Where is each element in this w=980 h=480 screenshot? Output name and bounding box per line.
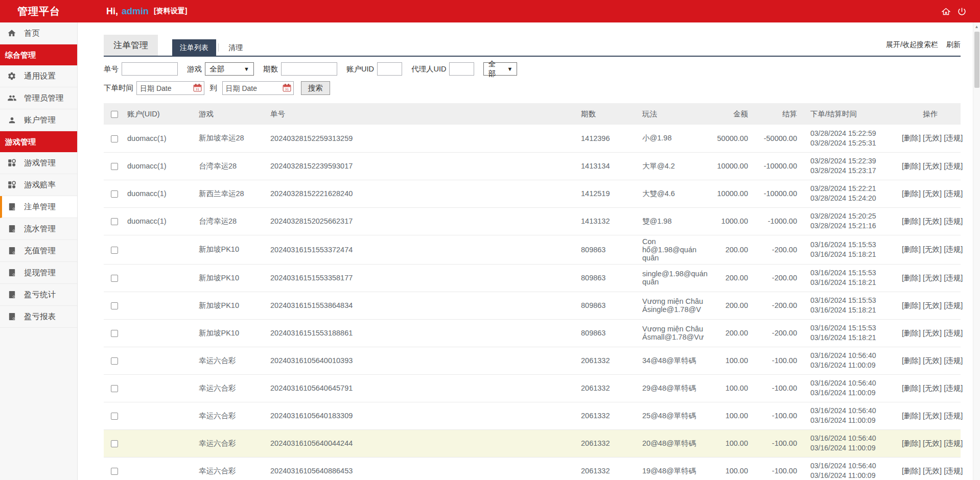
action-delete[interactable]: [删除]: [902, 384, 921, 392]
row-checkbox[interactable]: [111, 302, 118, 309]
scrollbar-thumb[interactable]: [974, 32, 979, 88]
action-invalid[interactable]: [无效]: [923, 467, 942, 475]
cell-order-no: 20240316105640645791: [268, 374, 579, 402]
action-violation[interactable]: [违规]: [944, 245, 963, 253]
sidebar-item-8[interactable]: 注单管理: [0, 196, 77, 218]
sidebar-item-9[interactable]: 流水管理: [0, 218, 77, 240]
cell-settle: -50000.00: [750, 125, 799, 152]
cell-actions: [删除] [无效] [违规]: [900, 347, 961, 374]
sidebar-item-4[interactable]: 账户管理: [0, 109, 77, 131]
power-icon[interactable]: [957, 7, 967, 16]
action-invalid[interactable]: [无效]: [923, 274, 942, 282]
action-delete[interactable]: [删除]: [902, 189, 921, 198]
tab-clean[interactable]: 清理: [221, 39, 250, 56]
row-checkbox[interactable]: [111, 413, 118, 420]
action-violation[interactable]: [违规]: [944, 467, 963, 475]
cell-amount: 200.00: [712, 235, 750, 264]
action-delete[interactable]: [删除]: [902, 134, 921, 142]
date-to-input[interactable]: [223, 82, 283, 94]
action-invalid[interactable]: [无效]: [923, 162, 942, 170]
action-delete[interactable]: [删除]: [902, 467, 921, 475]
agent-uid-input[interactable]: [449, 62, 474, 76]
action-invalid[interactable]: [无效]: [923, 189, 942, 198]
action-delete[interactable]: [删除]: [902, 162, 921, 170]
sidebar-item-10[interactable]: 充值管理: [0, 240, 77, 262]
action-violation[interactable]: [违规]: [944, 356, 963, 365]
table-row: 幸运六合彩20240316105640010393206133234@48@單特…: [104, 347, 961, 374]
action-delete[interactable]: [删除]: [902, 412, 921, 420]
action-violation[interactable]: [违规]: [944, 384, 963, 392]
row-checkbox[interactable]: [111, 440, 118, 447]
action-invalid[interactable]: [无效]: [923, 301, 942, 309]
action-invalid[interactable]: [无效]: [923, 134, 942, 142]
sidebar-item-6[interactable]: 游戏管理: [0, 152, 77, 174]
refresh-link[interactable]: 刷新: [946, 40, 961, 50]
status-select[interactable]: 全部 ▼: [483, 62, 517, 76]
action-violation[interactable]: [违规]: [944, 412, 963, 420]
period-input[interactable]: [281, 62, 337, 76]
cell-play: 大雙@4.6: [640, 180, 712, 207]
sidebar-item-11[interactable]: 提现管理: [0, 262, 77, 284]
scroll-up-arrow[interactable]: ▲: [973, 22, 980, 31]
row-checkbox[interactable]: [111, 357, 118, 365]
calendar-icon[interactable]: 31: [193, 83, 202, 93]
cell-order-no: 20240316105640183309: [268, 402, 579, 429]
action-invalid[interactable]: [无效]: [923, 245, 942, 253]
action-invalid[interactable]: [无效]: [923, 384, 942, 392]
user-greeting: Hi, admin [资料设置]: [106, 6, 187, 17]
sidebar-item-0[interactable]: 首页: [0, 22, 77, 44]
tab-order-list[interactable]: 注单列表: [172, 39, 216, 56]
action-delete[interactable]: [删除]: [902, 274, 921, 282]
row-checkbox[interactable]: [111, 275, 118, 282]
action-delete[interactable]: [删除]: [902, 356, 921, 365]
row-checkbox[interactable]: [111, 135, 118, 142]
action-invalid[interactable]: [无效]: [923, 356, 942, 365]
row-checkbox[interactable]: [111, 163, 118, 170]
action-invalid[interactable]: [无效]: [923, 329, 942, 337]
select-all-checkbox[interactable]: [111, 111, 118, 118]
action-violation[interactable]: [违规]: [944, 162, 963, 170]
sidebar-item-7[interactable]: 游戏赔率: [0, 174, 77, 196]
cell-time: 03/16/2024 15:15:5303/16/2024 15:18:21: [799, 292, 900, 319]
action-invalid[interactable]: [无效]: [923, 217, 942, 225]
date-from-input[interactable]: [137, 82, 193, 94]
row-checkbox[interactable]: [111, 247, 118, 254]
game-select[interactable]: 全部 ▼: [205, 62, 254, 76]
search-button[interactable]: 搜索: [301, 81, 330, 95]
sidebar-item-13[interactable]: 盈亏报表: [0, 306, 77, 328]
action-delete[interactable]: [删除]: [902, 329, 921, 337]
toggle-search-link[interactable]: 展开/收起搜索栏: [886, 40, 938, 50]
action-violation[interactable]: [违规]: [944, 189, 963, 198]
toolbar-links: 展开/收起搜索栏 刷新: [886, 40, 961, 50]
cell-time: 03/16/2024 10:56:4003/16/2024 11:00:09: [799, 429, 900, 457]
row-checkbox[interactable]: [111, 190, 118, 198]
action-delete[interactable]: [删除]: [902, 245, 921, 253]
action-delete[interactable]: [删除]: [902, 301, 921, 309]
action-violation[interactable]: [违规]: [944, 274, 963, 282]
action-violation[interactable]: [违规]: [944, 134, 963, 142]
action-delete[interactable]: [删除]: [902, 217, 921, 225]
profile-settings-link[interactable]: [资料设置]: [154, 7, 187, 16]
sidebar-item-12[interactable]: 盈亏统计: [0, 284, 77, 306]
action-delete[interactable]: [删除]: [902, 439, 921, 447]
sidebar-item-2[interactable]: 通用设置: [0, 65, 77, 87]
cell-settle: -100.00: [750, 402, 799, 429]
vertical-scrollbar[interactable]: ▲: [973, 22, 980, 480]
home-icon[interactable]: [941, 7, 951, 16]
sidebar-item-label: 首页: [24, 28, 40, 39]
row-checkbox[interactable]: [111, 468, 118, 475]
action-violation[interactable]: [违规]: [944, 439, 963, 447]
action-invalid[interactable]: [无效]: [923, 412, 942, 420]
row-checkbox[interactable]: [111, 218, 118, 225]
row-checkbox[interactable]: [111, 330, 118, 337]
action-invalid[interactable]: [无效]: [923, 439, 942, 447]
sidebar-item-3[interactable]: 管理员管理: [0, 87, 77, 109]
calendar-icon[interactable]: 31: [283, 83, 291, 93]
account-uid-input[interactable]: [377, 62, 402, 76]
action-violation[interactable]: [违规]: [944, 329, 963, 337]
row-checkbox[interactable]: [111, 385, 118, 392]
action-violation[interactable]: [违规]: [944, 301, 963, 309]
col-settle-header: 结算: [750, 103, 799, 125]
action-violation[interactable]: [违规]: [944, 217, 963, 225]
order-no-input[interactable]: [122, 62, 178, 76]
